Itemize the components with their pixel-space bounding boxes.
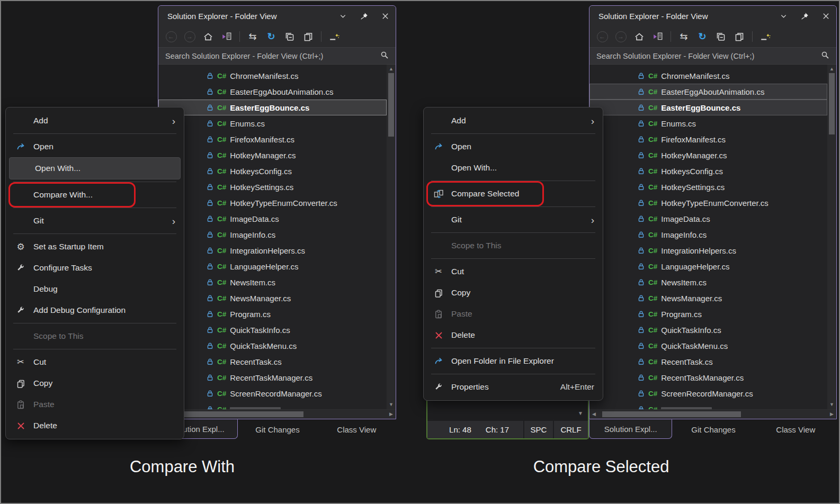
- file-row[interactable]: C#IntegrationHelpers.cs: [158, 242, 387, 258]
- menu-item-open-folder-in-file-explorer[interactable]: Open Folder in File Explorer: [426, 350, 601, 372]
- back-button[interactable]: ←: [596, 31, 608, 42]
- file-row[interactable]: C#QuickTaskMenu.cs: [158, 338, 387, 354]
- chevron-down-icon[interactable]: [779, 12, 788, 20]
- file-row[interactable]: C#LanguageHelper.cs: [158, 258, 387, 274]
- file-row[interactable]: C#ImageInfo.cs: [589, 227, 827, 242]
- file-row[interactable]: C#HotkeyTypeEnumConverter.cs: [589, 195, 827, 211]
- file-row[interactable]: C#ImageData.cs: [158, 211, 387, 227]
- menu-item-add[interactable]: Add›: [426, 110, 601, 131]
- pin-icon[interactable]: [360, 12, 368, 20]
- file-row[interactable]: C#QuickTaskInfo.cs: [158, 322, 387, 338]
- file-row[interactable]: C#HotkeySettings.cs: [158, 179, 387, 195]
- file-row[interactable]: C#HotkeysConfig.cs: [158, 163, 387, 179]
- file-row[interactable]: C#ScreenRecordManager.cs: [589, 385, 827, 401]
- home-button[interactable]: [202, 31, 214, 42]
- menu-item-configure-tasks[interactable]: Configure Tasks: [8, 257, 182, 278]
- back-button[interactable]: ←: [165, 31, 177, 42]
- show-all-files-button[interactable]: [734, 31, 745, 42]
- scroll-right-arrow[interactable]: ▶: [830, 412, 834, 417]
- menu-item-git[interactable]: Git›: [8, 210, 182, 231]
- file-row[interactable]: C#ImageData.cs: [589, 211, 827, 227]
- file-row[interactable]: C#HotkeyManager.cs: [589, 147, 827, 163]
- scroll-down-arrow[interactable]: ▼: [387, 402, 396, 407]
- file-row[interactable]: C#NewsManager.cs: [589, 290, 827, 306]
- file-row[interactable]: C#EasterEggBounce.cs: [589, 100, 827, 115]
- scroll-down-arrow[interactable]: ▼: [578, 410, 583, 416]
- file-row[interactable]: C#Enums.cs: [589, 115, 827, 131]
- switch-views-button[interactable]: ⇆: [678, 31, 690, 42]
- file-row[interactable]: C#EasterEggBounce.cs: [158, 100, 387, 115]
- file-row[interactable]: C#NewsItem.cs: [589, 274, 827, 290]
- horizontal-scroll-thumb[interactable]: [171, 411, 303, 417]
- forward-button[interactable]: →: [184, 31, 195, 42]
- menu-item-open[interactable]: Open: [8, 136, 182, 157]
- menu-item-cut[interactable]: ✂Cut: [8, 352, 182, 373]
- vertical-scroll-thumb[interactable]: [388, 73, 394, 137]
- scroll-down-arrow[interactable]: ▼: [827, 402, 836, 407]
- sync-active-document-button[interactable]: [652, 31, 664, 42]
- new-item-button[interactable]: [759, 31, 771, 42]
- file-row[interactable]: C#ChromeManifest.cs: [158, 68, 387, 84]
- file-row[interactable]: C#QuickTaskInfo.cs: [589, 322, 827, 338]
- sync-active-document-button[interactable]: [221, 31, 233, 42]
- file-row[interactable]: C#FirefoxManifest.cs: [158, 131, 387, 147]
- line-ending-indicator[interactable]: CRLF: [553, 421, 588, 438]
- menu-item-cut[interactable]: ✂Cut: [426, 261, 601, 282]
- show-all-files-button[interactable]: [302, 31, 314, 42]
- file-row-partial[interactable]: C#: [158, 401, 387, 409]
- horizontal-scrollbar[interactable]: ◀ ▶: [589, 409, 836, 419]
- file-row[interactable]: C#LanguageHelper.cs: [589, 258, 827, 274]
- menu-item-add-debug-configuration[interactable]: Add Debug Configuration: [8, 300, 182, 321]
- menu-item-debug[interactable]: Debug: [8, 278, 182, 300]
- file-row[interactable]: C#RecentTask.cs: [158, 354, 387, 370]
- magnifier-icon[interactable]: [380, 51, 389, 61]
- menu-item-compare-with[interactable]: Compare With...: [8, 184, 182, 205]
- file-row[interactable]: C#HotkeySettings.cs: [589, 179, 827, 195]
- pin-icon[interactable]: [800, 12, 809, 20]
- forward-button[interactable]: →: [615, 31, 627, 42]
- menu-item-delete[interactable]: Delete: [426, 325, 601, 346]
- menu-item-git[interactable]: Git›: [426, 209, 601, 230]
- menu-item-copy[interactable]: Copy: [8, 373, 182, 394]
- refresh-button[interactable]: ↻: [696, 31, 708, 42]
- close-icon[interactable]: [381, 12, 389, 20]
- menu-item-open-with[interactable]: Open With...: [9, 157, 181, 179]
- file-row[interactable]: C#FirefoxManifest.cs: [589, 131, 827, 147]
- tool-window-tab[interactable]: Class View: [317, 420, 396, 439]
- search-box[interactable]: Search Solution Explorer - Folder View (…: [589, 47, 836, 65]
- scroll-right-arrow[interactable]: ▶: [389, 412, 393, 417]
- file-row[interactable]: C#RecentTask.cs: [589, 354, 827, 370]
- menu-item-properties[interactable]: PropertiesAlt+Enter: [426, 376, 601, 398]
- menu-item-compare-selected[interactable]: Compare Selected: [426, 183, 601, 204]
- panel-titlebar[interactable]: Solution Explorer - Folder View: [589, 6, 836, 26]
- menu-item-set-as-startup-item[interactable]: ⚙Set as Startup Item: [8, 236, 182, 257]
- file-row[interactable]: C#ImageInfo.cs: [158, 227, 387, 242]
- file-row[interactable]: C#NewsItem.cs: [158, 274, 387, 290]
- vertical-scrollbar[interactable]: ▲ ▼: [387, 65, 396, 409]
- file-row[interactable]: C#HotkeyTypeEnumConverter.cs: [158, 195, 387, 211]
- file-row[interactable]: C#HotkeyManager.cs: [158, 147, 387, 163]
- vertical-scrollbar[interactable]: ▲ ▼: [827, 65, 836, 409]
- file-row[interactable]: C#Enums.cs: [158, 115, 387, 131]
- file-row[interactable]: C#EasterEggAboutAnimation.cs: [589, 84, 827, 100]
- file-row[interactable]: C#EasterEggAboutAnimation.cs: [158, 84, 387, 100]
- menu-item-delete[interactable]: Delete: [8, 415, 182, 436]
- file-row[interactable]: C#HotkeysConfig.cs: [589, 163, 827, 179]
- magnifier-icon[interactable]: [821, 51, 829, 61]
- tool-window-tab[interactable]: Solution Expl...: [589, 419, 672, 439]
- vertical-scroll-thumb[interactable]: [829, 73, 835, 134]
- scroll-up-arrow[interactable]: ▲: [387, 67, 396, 71]
- file-row[interactable]: C#Program.cs: [158, 306, 387, 322]
- new-item-button[interactable]: [328, 31, 340, 42]
- file-row[interactable]: C#RecentTaskManager.cs: [158, 370, 387, 385]
- file-row[interactable]: C#RecentTaskManager.cs: [589, 370, 827, 385]
- menu-item-open[interactable]: Open: [426, 136, 601, 157]
- panel-titlebar[interactable]: Solution Explorer - Folder View: [158, 6, 396, 26]
- tool-window-tab[interactable]: Git Changes: [238, 420, 317, 439]
- scroll-left-arrow[interactable]: ◀: [592, 412, 596, 417]
- scroll-up-arrow[interactable]: ▲: [827, 67, 836, 71]
- horizontal-scrollbar[interactable]: ◀ ▶: [158, 409, 396, 419]
- file-row[interactable]: C#IntegrationHelpers.cs: [589, 242, 827, 258]
- chevron-down-icon[interactable]: [338, 12, 347, 20]
- switch-views-button[interactable]: ⇆: [247, 31, 258, 42]
